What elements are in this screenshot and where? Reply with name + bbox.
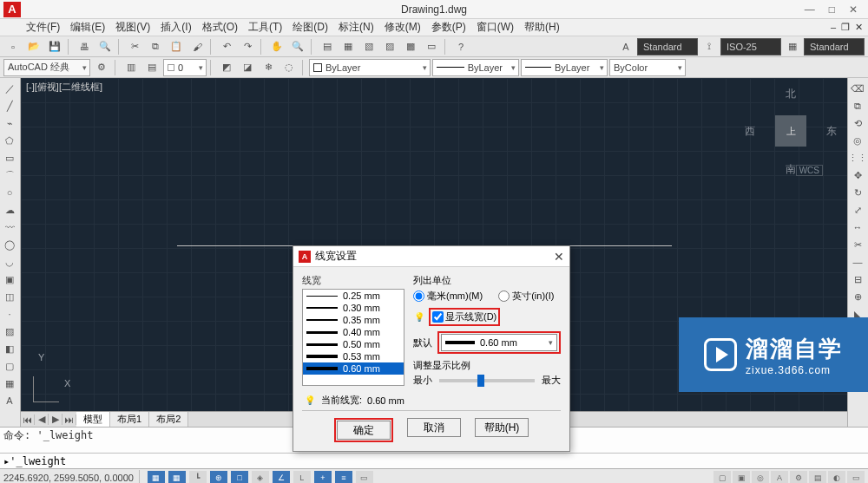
tab-layout2[interactable]: 布局2	[149, 412, 188, 427]
dyn-toggle[interactable]: +	[314, 471, 332, 484]
zoom-icon[interactable]: 🔍	[288, 38, 307, 55]
dimstyle-icon[interactable]: ⟟	[700, 38, 719, 55]
menu-draw[interactable]: 绘图(D)	[293, 20, 328, 35]
child-restore-icon[interactable]: ❐	[841, 22, 850, 33]
qp-toggle[interactable]: ▣	[733, 471, 750, 484]
isolate-toggle[interactable]: ◐	[828, 471, 845, 484]
table-icon[interactable]: ▦	[0, 375, 19, 392]
layer-states-icon[interactable]: ▤	[142, 59, 161, 76]
arc-icon[interactable]: ⌒	[0, 166, 19, 184]
tab-last-icon[interactable]: ⏭	[62, 414, 76, 425]
lineweight-item[interactable]: 0.40 mm	[303, 326, 404, 338]
tab-layout1[interactable]: 布局1	[110, 412, 149, 427]
layer-props-icon[interactable]: ▥	[122, 59, 141, 76]
designcenter-icon[interactable]: ▦	[339, 38, 358, 55]
pan-icon[interactable]: ✋	[267, 38, 286, 55]
menu-view[interactable]: 视图(V)	[115, 20, 150, 35]
coords-readout[interactable]: 2245.6920, 2599.5050, 0.0000	[3, 473, 134, 483]
help-icon[interactable]: ?	[451, 38, 470, 55]
child-min-icon[interactable]: –	[831, 22, 836, 33]
rotate-icon[interactable]: ↻	[848, 184, 867, 201]
scale-slider[interactable]	[439, 379, 535, 382]
undo-icon[interactable]: ↶	[217, 38, 236, 55]
menu-parametric[interactable]: 参数(P)	[431, 20, 466, 35]
command-input[interactable]: ▸'_lweight	[0, 453, 868, 468]
mtext-icon[interactable]: A	[0, 392, 19, 409]
quickcalc-icon[interactable]: ▭	[422, 38, 441, 55]
osnap-toggle[interactable]: □	[231, 471, 248, 484]
preview-icon[interactable]: 🔍	[95, 38, 115, 55]
rectangle-icon[interactable]: ▭	[0, 149, 19, 166]
workspace-gear-icon[interactable]: ⚙	[92, 59, 111, 76]
clean-toggle[interactable]: ▭	[847, 471, 865, 484]
color-select[interactable]: ByLayer	[309, 59, 431, 76]
radio-inch-input[interactable]	[498, 290, 510, 302]
ok-button[interactable]: 确定	[337, 421, 391, 440]
lineweight-select[interactable]: ByLayer	[521, 59, 608, 76]
layer-quick-select[interactable]: 0	[163, 59, 207, 76]
menu-tools[interactable]: 工具(T)	[248, 20, 282, 35]
menu-edit[interactable]: 编辑(E)	[70, 20, 105, 35]
revcloud-icon[interactable]: ☁	[0, 201, 19, 219]
layer-uniso-icon[interactable]: ◪	[238, 59, 257, 76]
ducs-toggle[interactable]: L	[293, 471, 311, 484]
minimize-icon[interactable]: —	[805, 3, 815, 16]
erase-icon[interactable]: ⌫	[848, 80, 867, 97]
layer-off-icon[interactable]: ◌	[279, 59, 299, 76]
open-icon[interactable]: 📂	[24, 38, 43, 55]
radio-inch[interactable]: 英寸(in)(I)	[498, 290, 554, 303]
array-icon[interactable]: ⋮⋮	[848, 149, 867, 166]
help-button[interactable]: 帮助(H)	[475, 418, 529, 437]
spline-icon[interactable]: 〰	[0, 219, 19, 236]
match-icon[interactable]: 🖌	[187, 38, 207, 55]
snap-toggle[interactable]: ▦	[148, 471, 165, 484]
menu-dimension[interactable]: 标注(N)	[339, 20, 374, 35]
tablestyle-icon[interactable]: ▦	[783, 38, 802, 55]
circle-icon[interactable]: ○	[0, 184, 19, 201]
show-lineweight-checkbox[interactable]	[432, 311, 444, 323]
pline-icon[interactable]: ⌁	[0, 114, 19, 132]
lineweight-item[interactable]: 0.25 mm	[303, 290, 404, 302]
menu-modify[interactable]: 修改(M)	[385, 20, 421, 35]
layer-iso-icon[interactable]: ◩	[217, 59, 236, 76]
properties-icon[interactable]: ▤	[318, 38, 337, 55]
copy-tool-icon[interactable]: ⧉	[848, 97, 867, 114]
textstyle-select[interactable]: Standard	[637, 38, 698, 55]
save-icon[interactable]: 💾	[45, 38, 64, 55]
lineweight-item[interactable]: 0.35 mm	[303, 314, 404, 326]
radio-mm[interactable]: 毫米(mm)(M)	[413, 290, 483, 303]
menu-file[interactable]: 文件(F)	[26, 20, 60, 35]
grid-toggle[interactable]: ▦	[168, 471, 186, 484]
default-lineweight-select[interactable]: 0.60 mm ▾	[441, 334, 557, 351]
hatch-icon[interactable]: ▨	[0, 323, 19, 340]
ellipsearc-icon[interactable]: ◡	[0, 253, 19, 271]
maximize-icon[interactable]: □	[829, 3, 835, 16]
lineweight-item[interactable]: 0.30 mm	[303, 302, 404, 314]
otrack-toggle[interactable]: ∠	[273, 471, 290, 484]
extend-icon[interactable]: —	[848, 253, 867, 271]
block-icon[interactable]: ◫	[0, 288, 19, 305]
line-icon[interactable]: ／	[0, 80, 19, 97]
join-icon[interactable]: ⊕	[848, 288, 867, 305]
layer-freeze-icon[interactable]: ❄	[259, 59, 278, 76]
cancel-button[interactable]: 取消	[407, 418, 461, 437]
tab-first-icon[interactable]: ⏮	[21, 414, 35, 425]
polar-toggle[interactable]: ⊛	[210, 471, 227, 484]
ellipse-icon[interactable]: ◯	[0, 236, 19, 253]
viewcube-top[interactable]: 上	[775, 115, 806, 147]
gradient-icon[interactable]: ◧	[0, 340, 19, 357]
wcs-label[interactable]: WCS	[796, 165, 823, 176]
lineweight-listbox[interactable]: 0.25 mm0.30 mm0.35 mm0.40 mm0.50 mm0.53 …	[302, 289, 404, 386]
tab-model[interactable]: 模型	[76, 412, 110, 427]
lineweight-item[interactable]: 0.53 mm	[303, 350, 404, 362]
close-icon[interactable]: ✕	[849, 3, 858, 16]
radio-mm-input[interactable]	[413, 290, 424, 302]
linetype-select[interactable]: ByLayer	[432, 59, 519, 76]
tab-prev-icon[interactable]: ◀	[35, 414, 49, 425]
menu-format[interactable]: 格式(O)	[202, 20, 238, 35]
viewcube-east[interactable]: 东	[826, 124, 837, 139]
plotstyle-select[interactable]: ByColor	[609, 59, 686, 76]
insert-icon[interactable]: ▣	[0, 271, 19, 288]
viewcube[interactable]: 北 南 西 东 上	[752, 92, 830, 170]
offset-icon[interactable]: ◎	[848, 132, 867, 149]
